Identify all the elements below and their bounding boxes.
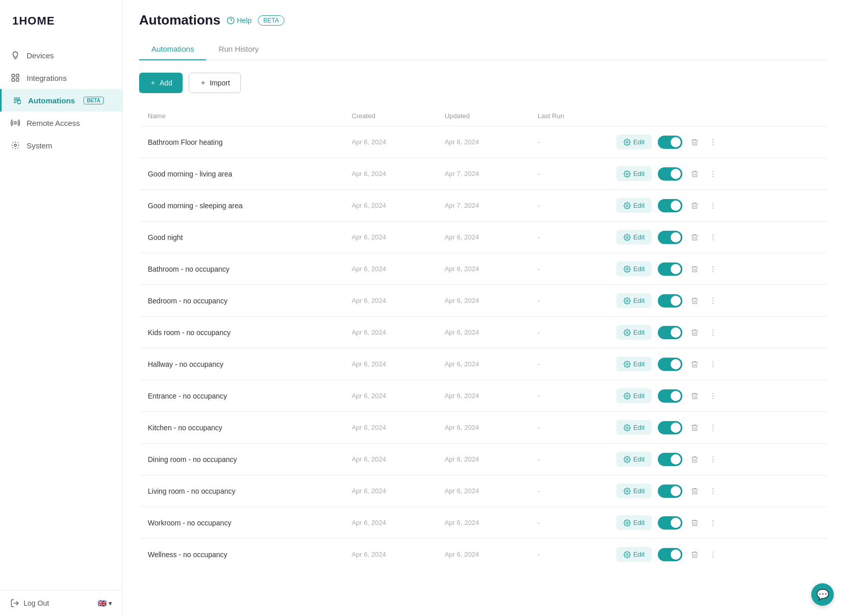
delete-button[interactable] (688, 295, 701, 307)
svg-point-38 (626, 363, 628, 365)
edit-button[interactable]: Edit (616, 483, 652, 498)
toggle-switch[interactable] (658, 358, 682, 371)
toggle-switch[interactable] (658, 389, 682, 403)
language-selector[interactable]: 🇬🇧 ▾ (98, 599, 112, 607)
sidebar-item-automations[interactable]: Automations BETA (0, 89, 122, 112)
more-button[interactable] (707, 453, 719, 466)
cell-name: Good night (140, 222, 344, 253)
delete-button[interactable] (688, 453, 701, 466)
tab-automations[interactable]: Automations (139, 38, 206, 60)
more-button[interactable] (707, 231, 719, 244)
more-button[interactable] (707, 422, 719, 434)
help-link[interactable]: Help (227, 16, 252, 25)
sidebar-item-devices[interactable]: Devices (0, 44, 122, 67)
more-button[interactable] (707, 295, 719, 307)
cell-last-run: - (529, 253, 608, 285)
chat-button[interactable]: 💬 (811, 583, 834, 606)
more-button[interactable] (707, 326, 719, 339)
delete-button[interactable] (688, 485, 701, 497)
sidebar-item-system[interactable]: System (0, 134, 122, 157)
svg-point-56 (713, 491, 714, 492)
svg-point-57 (713, 493, 714, 494)
delete-button[interactable] (688, 548, 701, 561)
row-actions: Edit (616, 483, 819, 498)
delete-button[interactable] (688, 358, 701, 370)
tab-run-history[interactable]: Run History (206, 38, 271, 60)
more-button[interactable] (707, 485, 719, 497)
toggle-switch[interactable] (658, 516, 682, 530)
svg-point-40 (713, 364, 714, 365)
edit-button[interactable]: Edit (616, 230, 652, 245)
more-button[interactable] (707, 358, 719, 370)
cell-last-run: - (529, 285, 608, 317)
delete-button[interactable] (688, 200, 701, 212)
more-button[interactable] (707, 136, 719, 148)
cell-last-run: - (529, 475, 608, 507)
cell-name: Workroom - no occupancy (140, 507, 344, 539)
svg-point-64 (713, 554, 714, 555)
toggle-switch[interactable] (658, 485, 682, 498)
cell-created: Apr 6, 2024 (343, 317, 436, 348)
svg-point-51 (713, 456, 714, 457)
edit-button[interactable]: Edit (616, 420, 652, 435)
logout-button[interactable]: Log Out (10, 599, 49, 608)
more-button[interactable] (707, 168, 719, 180)
toggle-thumb (671, 359, 681, 369)
more-button[interactable] (707, 200, 719, 212)
edit-button[interactable]: Edit (616, 515, 652, 530)
delete-button[interactable] (688, 136, 701, 148)
delete-button[interactable] (688, 390, 701, 402)
delete-button[interactable] (688, 422, 701, 434)
toggle-switch[interactable] (658, 326, 682, 339)
row-actions: Edit (616, 547, 819, 562)
sidebar-item-integrations[interactable]: Integrations (0, 67, 122, 89)
more-button[interactable] (707, 390, 719, 402)
toggle-switch[interactable] (658, 199, 682, 212)
delete-button[interactable] (688, 517, 701, 529)
edit-button[interactable]: Edit (616, 357, 652, 371)
add-button[interactable]: ＋ Add (139, 73, 183, 93)
edit-button[interactable]: Edit (616, 547, 652, 562)
app-logo: 1HOME (0, 0, 122, 40)
cell-updated: Apr 6, 2024 (436, 317, 529, 348)
toggle-switch[interactable] (658, 231, 682, 244)
more-button[interactable] (707, 548, 719, 561)
svg-point-43 (713, 393, 714, 394)
more-button[interactable] (707, 517, 719, 529)
delete-button[interactable] (688, 326, 701, 339)
cell-name: Wellness - no occupancy (140, 539, 344, 570)
edit-button[interactable]: Edit (616, 198, 652, 213)
cell-actions: Edit (608, 253, 828, 285)
edit-button[interactable]: Edit (616, 293, 652, 308)
more-button[interactable] (707, 263, 719, 275)
sidebar-item-remote-access[interactable]: Remote Access (0, 112, 122, 134)
edit-button[interactable]: Edit (616, 388, 652, 403)
cell-created: Apr 6, 2024 (343, 285, 436, 317)
svg-point-45 (713, 398, 714, 399)
svg-point-14 (626, 173, 628, 175)
edit-button[interactable]: Edit (616, 452, 652, 467)
import-label: Import (210, 79, 230, 87)
svg-point-21 (713, 207, 714, 208)
svg-point-41 (713, 366, 714, 367)
toggle-switch[interactable] (658, 421, 682, 434)
svg-point-55 (713, 488, 714, 489)
svg-point-34 (626, 332, 628, 334)
toggle-switch[interactable] (658, 548, 682, 561)
toggle-switch[interactable] (658, 167, 682, 181)
edit-button[interactable]: Edit (616, 135, 652, 149)
table-row: Bathroom - no occupancy Apr 6, 2024 Apr … (140, 253, 828, 285)
edit-button[interactable]: Edit (616, 325, 652, 340)
delete-button[interactable] (688, 168, 701, 180)
toggle-switch[interactable] (658, 136, 682, 149)
toggle-switch[interactable] (658, 262, 682, 276)
import-button[interactable]: ＋ Import (189, 73, 241, 93)
delete-button[interactable] (688, 231, 701, 244)
edit-button[interactable]: Edit (616, 166, 652, 181)
row-actions: Edit (616, 166, 819, 181)
svg-point-63 (713, 552, 714, 553)
toggle-switch[interactable] (658, 294, 682, 307)
toggle-switch[interactable] (658, 453, 682, 466)
edit-button[interactable]: Edit (616, 261, 652, 276)
delete-button[interactable] (688, 263, 701, 275)
